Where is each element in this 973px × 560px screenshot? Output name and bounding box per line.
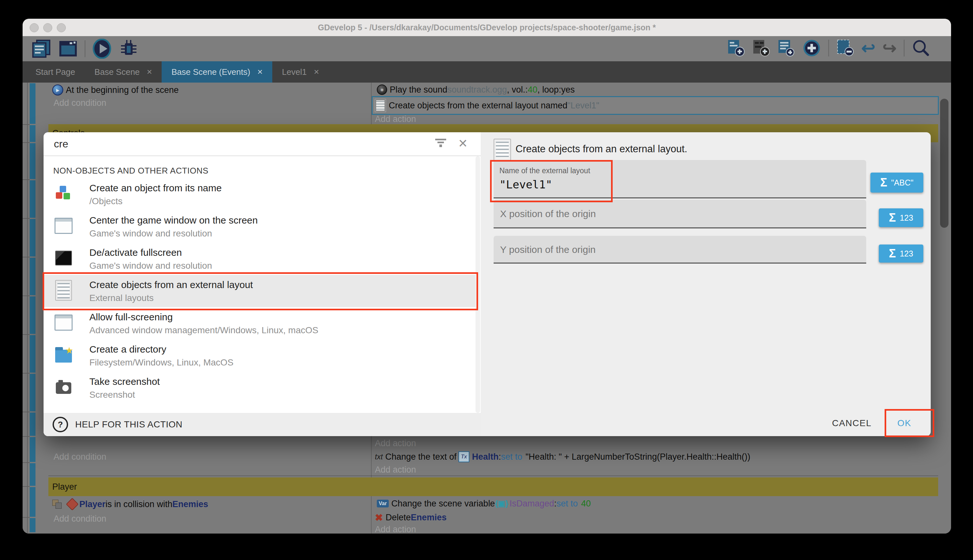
add-condition-label: Add condition [53,514,107,524]
x-position-field[interactable] [493,200,866,228]
action-item-subtitle: Game's window and resolution [89,261,212,271]
annotation-ok-button [885,409,934,437]
action-text: , loop: [538,85,561,95]
action-text: Delete [385,513,411,523]
player-object-icon [66,498,79,511]
action-item-center-window[interactable]: Center the game window on the screen Gam… [43,210,475,243]
tab-level1[interactable]: Level1× [272,61,329,83]
action-text: Change the scene variable [392,499,495,509]
add-action-link[interactable]: Add action [375,113,568,125]
x-position-input[interactable] [500,200,856,228]
group-player[interactable]: Player [48,477,938,496]
close-tab-icon[interactable]: × [147,67,152,77]
filter-icon[interactable] [434,137,447,150]
add-action-link[interactable]: Add action [375,525,568,533]
search-icon[interactable] [912,39,930,57]
delete-icon: ✖ [375,512,383,523]
sigma-icon: Σ [889,211,896,225]
folder-icon [55,346,73,364]
action-item-title: Center the game window on the screen [89,215,258,226]
add-subevent-icon[interactable] [752,39,770,57]
external-layout-icon [493,139,511,161]
action-row-change-variable[interactable]: Var Change the scene variable {▣} IsDama… [375,497,936,510]
clear-search-icon[interactable]: ✕ [458,137,468,150]
action-item-allow-fullscreen[interactable]: Allow full-screening Advanced window man… [43,307,475,339]
close-tab-icon[interactable]: × [257,67,263,77]
action-item-subtitle: Screenshot [89,390,135,400]
cancel-button[interactable]: CANCEL [832,418,872,428]
expression-builder-abc-button[interactable]: Σ "ABC" [870,173,923,193]
action-row-create-external-layout-selected[interactable]: Create objects from the external layout … [372,96,939,115]
condition-row[interactable]: ▶ At the beginning of the scene [50,83,367,97]
condition-row-collision[interactable]: Player is in collision with Enemies [50,497,367,512]
window-icon [55,217,73,235]
param-operator: set to [501,452,522,462]
play-icon[interactable] [92,39,112,59]
redo-icon[interactable]: ↪ [882,39,896,57]
add-action-label: Add action [375,438,416,448]
action-row-delete[interactable]: ✖ Delete Enemies [375,511,698,524]
action-item-create-directory[interactable]: Create a directory Filesystem/Windows, L… [43,339,475,372]
add-condition-link[interactable]: Add condition [53,97,247,109]
param-object: Enemies [411,513,447,523]
param-object: Player [79,499,105,509]
action-item-fullscreen[interactable]: De/activate fullscreen Game's window and… [43,243,475,275]
debug-icon[interactable] [118,39,138,59]
action-row-play-sound[interactable]: ◉ Play the sound soundtrack.ogg, vol.: 4… [375,83,923,96]
project-manager-icon[interactable] [32,39,52,58]
toolbar-divider [85,40,85,57]
y-position-input[interactable] [500,236,856,263]
add-comment-icon[interactable] [777,39,795,57]
tab-label: Base Scene [95,67,140,77]
annotation-name-field [490,160,613,202]
param-variable: IsDamaged [510,499,554,509]
event-selection-rail[interactable] [30,83,35,532]
tab-base-scene-events[interactable]: Base Scene (Events)× [162,61,272,83]
titlebar: GDevelop 5 - /Users/dkarakay/Documents/G… [23,19,951,36]
undo-icon[interactable]: ↩ [861,39,876,57]
sigma-icon: Σ [880,176,888,189]
action-text: , vol.: [507,85,528,95]
tab-bar: Start Page Base Scene× Base Scene (Event… [23,61,951,83]
add-condition-link[interactable]: Add condition [53,512,247,525]
annotation-selected-action [43,272,478,310]
add-action-link[interactable]: Add action [375,464,568,475]
close-tab-icon[interactable]: × [314,67,319,77]
action-item-create-object[interactable]: Create an object from its name /Objects [43,178,475,210]
add-action-link[interactable]: Add action [375,437,568,450]
sound-icon: ◉ [377,85,387,95]
add-condition-link[interactable]: Add condition [53,450,247,463]
event-tree-line [27,83,28,533]
add-event-icon[interactable] [727,39,745,57]
param-loop: yes [561,85,575,95]
action-item-subtitle: Filesystem/Windows, Linux, MacOS [89,357,233,368]
param-sound-file: soundtrack.ogg [447,85,507,95]
text-action-icon: txt [375,453,383,461]
window-title: GDevelop 5 - /Users/dkarakay/Documents/G… [23,19,951,36]
action-text: : [498,452,501,462]
param-operator: set to [556,499,578,509]
help-link[interactable]: HELP FOR THIS ACTION [75,419,183,430]
external-layout-icon [375,99,386,112]
add-condition-label: Add condition [53,452,107,462]
scene-editor-icon[interactable] [58,39,78,58]
y-position-field[interactable] [493,236,866,263]
tab-label: Base Scene (Events) [171,67,250,77]
tab-start-page[interactable]: Start Page [26,61,85,83]
action-item-take-screenshot[interactable]: Take screenshot Screenshot [43,372,475,404]
action-row-change-text[interactable]: txt Change the text of Tx Health: set to… [375,450,936,463]
scene-begin-icon: ▶ [52,85,63,95]
search-input[interactable] [53,135,345,152]
dialog-help-footer: ? HELP FOR THIS ACTION [43,413,481,436]
add-circle-icon[interactable] [802,39,821,57]
tab-base-scene[interactable]: Base Scene× [85,61,162,83]
objects-icon [55,185,73,203]
expression-builder-123-button[interactable]: Σ 123 [879,245,923,263]
delete-event-icon[interactable] [836,39,854,57]
action-item-title: De/activate fullscreen [89,247,182,258]
events-scrollbar[interactable] [940,99,948,228]
expression-builder-123-button[interactable]: Σ 123 [879,208,923,227]
action-text: Play the sound [390,85,447,95]
toolbar-divider [828,40,829,57]
action-item-title: Take screenshot [89,376,160,387]
